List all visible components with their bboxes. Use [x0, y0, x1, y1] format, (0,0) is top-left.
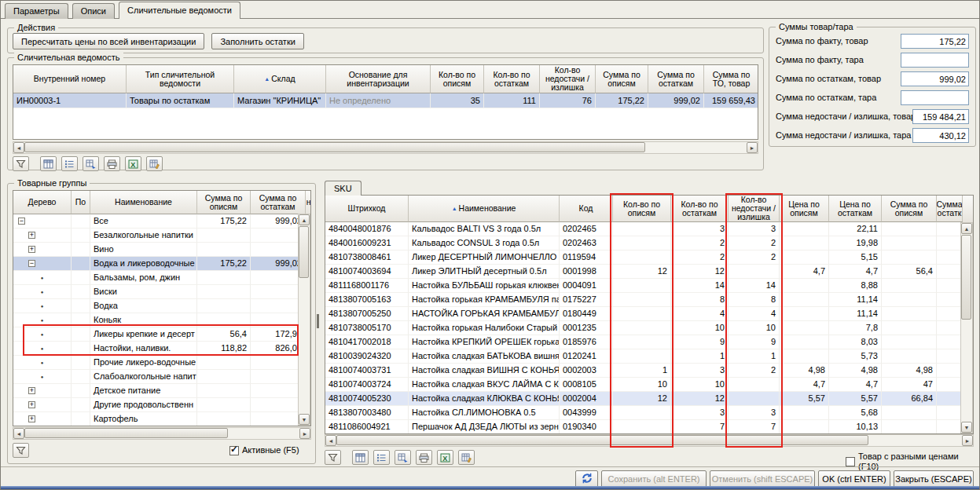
tree-row[interactable]: −Все175,22999,02 [13, 214, 310, 229]
tab-parameters[interactable]: Параметры [5, 3, 68, 19]
sku-row[interactable]: 4811168001176Настойка БУЛЬБАШ горькая кл… [325, 279, 973, 293]
tree-expand-icon[interactable]: + [28, 246, 35, 253]
scroll-track[interactable] [24, 142, 747, 153]
column-header[interactable]: Тип сличительной ведомости [127, 65, 234, 93]
print-icon[interactable] [104, 156, 120, 171]
sku-row[interactable]: 4811086004921Першачок АД ДЗЕДА ЛЮТЫ из з… [325, 420, 973, 434]
tree-row[interactable]: +Вино [13, 243, 310, 257]
sku-row[interactable]: 4813807003480Настойка СЛ.ЛИМОНОВКА 0.500… [325, 406, 973, 420]
scroll-thumb[interactable] [24, 428, 228, 438]
column-header[interactable]: Штрихкод [325, 196, 409, 222]
close-button[interactable]: Закрыть (ESCAPE) [894, 470, 974, 488]
column-header[interactable]: ▲Наименование [409, 196, 560, 222]
tab-sku[interactable]: SKU [325, 181, 362, 196]
column-header[interactable]: Кол-во по остаткам [484, 65, 540, 93]
sku-row[interactable]: 4813807005163Настойка горькая КРАМБАМБУЛ… [325, 293, 973, 307]
column-header[interactable]: Сумма по описям [197, 191, 251, 214]
sku-row[interactable]: 4840048001876Кальвадос BALTI VS 3 года 0… [325, 222, 973, 236]
groups-vscrollbar[interactable]: ▲ ▼ [298, 214, 310, 426]
tree-row[interactable]: ●Ликеры крепкие и десерт56,4172,99 [13, 327, 310, 342]
print-icon[interactable] [416, 450, 432, 465]
tree-collapse-icon[interactable]: − [18, 218, 25, 225]
column-header[interactable]: Наименование [90, 191, 197, 214]
column-header[interactable]: Кол-во по остаткам [671, 196, 729, 222]
sku-row[interactable]: 4810738005170Настойка горькая Налибоки С… [325, 321, 973, 335]
column-header[interactable]: Основание для инвентаризации [326, 65, 431, 93]
scroll-track[interactable] [299, 225, 310, 414]
output-list-icon[interactable] [83, 156, 99, 171]
column-header[interactable]: Сумма по описям [596, 65, 648, 93]
tab-inventories[interactable]: Описи [72, 3, 115, 19]
tree-row[interactable]: ●Слабоалкогольные напит [13, 370, 310, 384]
sku-row[interactable]: 4810074005230Настойка сладкая КЛЮКВА С К… [325, 392, 973, 406]
list-setup-icon[interactable] [373, 450, 390, 465]
splitter-grip[interactable] [317, 314, 319, 328]
tree-row[interactable]: ●Коньяк [13, 313, 310, 327]
sum-fact-goods-input[interactable] [901, 34, 969, 49]
scroll-right-icon[interactable]: ► [747, 142, 758, 153]
column-header[interactable]: Дерево [13, 191, 72, 214]
tree-row[interactable]: +Другие продовольственн [13, 398, 310, 412]
different-prices-checkbox[interactable]: Товар с разными ценами (F10) [846, 452, 979, 472]
tree-row[interactable]: ●Водка [13, 299, 310, 313]
statement-hscrollbar[interactable]: ◄ ► [13, 141, 758, 154]
column-header[interactable]: По [72, 191, 90, 214]
scroll-left-icon[interactable]: ◄ [13, 142, 24, 153]
tree-row[interactable]: ●Настойки, наливки.118,82826,03 [13, 342, 310, 356]
scroll-up-icon[interactable]: ▲ [299, 214, 310, 225]
active-groups-checkbox[interactable]: Активные (F5) [229, 445, 299, 455]
tree-expand-icon[interactable]: + [28, 387, 35, 394]
tab-comparison-statements[interactable]: Сличительные ведомости [119, 2, 240, 19]
column-header[interactable]: не [306, 191, 311, 214]
column-header[interactable]: Цена по остаткам [829, 196, 882, 222]
tree-row[interactable]: ●Виски [13, 285, 310, 299]
tree-row[interactable]: −Водка и ликероводочные175,22999,02 [13, 257, 310, 271]
cancel-button[interactable]: Отменить (shift ESCAPE) [710, 470, 815, 488]
filter-icon[interactable] [13, 156, 29, 171]
scroll-thumb[interactable] [961, 235, 971, 320]
table-settings-icon[interactable] [458, 450, 475, 465]
fill-remainders-button[interactable]: Заполнить остатки [211, 33, 303, 49]
column-header[interactable]: Сумма остатк [937, 196, 963, 222]
columns-settings-icon[interactable] [352, 450, 369, 465]
recalc-prices-button[interactable]: Пересчитать цены по всей инвентаризации [13, 33, 204, 49]
scroll-thumb[interactable] [299, 226, 309, 278]
scroll-track[interactable] [24, 428, 299, 439]
tree-row[interactable]: +Детское питание [13, 384, 310, 398]
filter-icon[interactable] [13, 443, 29, 458]
filter-icon[interactable] [325, 450, 341, 465]
sku-row[interactable]: 4810074003724Настойка сладкая ВКУС ЛАЙМА… [325, 378, 973, 392]
column-header[interactable]: Кол-во недостачи / излишка [540, 65, 596, 93]
tree-row[interactable]: +Картофель [13, 412, 310, 426]
sku-row[interactable]: 4810417002018Настойка КРЕПКИЙ ОРЕШЕК гор… [325, 335, 973, 349]
scroll-left-icon[interactable]: ◄ [325, 435, 336, 446]
tree-expand-icon[interactable]: + [28, 401, 35, 408]
scroll-down-icon[interactable]: ▼ [299, 414, 310, 425]
sum-shortage-tare-input[interactable] [912, 128, 969, 143]
sum-shortage-goods-input[interactable] [912, 109, 969, 124]
excel-export-icon[interactable]: X [125, 156, 141, 171]
scroll-track[interactable] [961, 234, 972, 422]
sku-vscrollbar[interactable]: ▲ ▼ [960, 222, 973, 433]
tree-expand-icon[interactable]: + [28, 232, 35, 239]
scroll-right-icon[interactable]: ► [299, 428, 310, 439]
scroll-left-icon[interactable]: ◄ [13, 428, 24, 439]
scroll-thumb[interactable] [24, 142, 645, 152]
column-header[interactable]: Кол-во по описям [431, 65, 484, 93]
column-header[interactable]: ▲Склад [234, 65, 326, 93]
excel-export-icon[interactable]: X [437, 450, 453, 465]
column-header[interactable]: Сумма по остаткам [251, 191, 306, 214]
column-header[interactable]: Сумма по остаткам [648, 65, 704, 93]
column-header[interactable]: Кол-во по описям [613, 196, 671, 222]
statement-row[interactable]: ИН00003-1Товары по остаткамМагазин "КРИН… [13, 93, 758, 108]
tree-collapse-icon[interactable]: − [28, 260, 35, 267]
sum-rest-tare-input[interactable] [901, 90, 969, 105]
sku-row[interactable]: 4840016009231Кальвадос CONSUL 3 года 0.5… [325, 236, 973, 250]
scroll-track[interactable] [336, 435, 962, 446]
columns-settings-icon[interactable] [40, 156, 57, 171]
column-header[interactable]: Цена по описям [780, 196, 829, 222]
sku-row[interactable]: 4810738008461Ликер ДЕСЕРТНЫЙ ЛИМОНЧЕЛЛО … [325, 250, 973, 265]
list-setup-icon[interactable] [61, 156, 78, 171]
sum-fact-tare-input[interactable] [901, 53, 969, 68]
tree-expand-icon[interactable]: + [28, 415, 35, 422]
